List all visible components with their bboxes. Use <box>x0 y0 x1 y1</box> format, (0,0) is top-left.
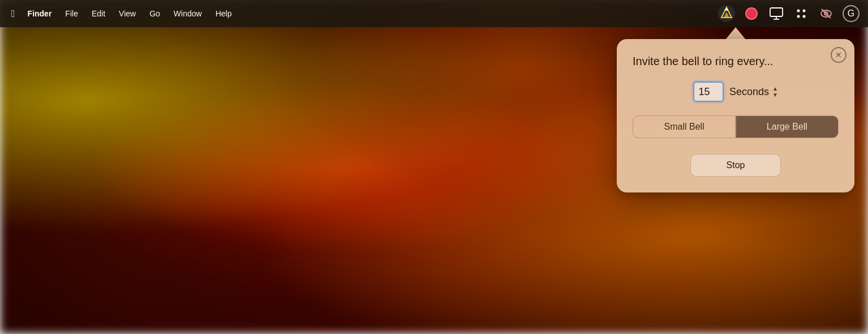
svg-point-8 <box>803 10 806 12</box>
file-menu[interactable]: File <box>59 7 84 20</box>
popup-arrow <box>725 27 746 40</box>
menubar:  Finder File Edit View Go Window Help <box>0 0 868 27</box>
go-menu[interactable]: Go <box>144 7 166 20</box>
unit-selector[interactable]: Seconds ▲ ▼ <box>729 86 778 98</box>
close-button[interactable]: ✕ <box>831 47 846 63</box>
menubar-right: G <box>716 3 861 24</box>
view-menu[interactable]: View <box>113 7 141 20</box>
bell-popup: ✕ Invite the bell to ring every... Secon… <box>617 39 854 192</box>
screen-recorder-icon[interactable] <box>741 3 762 24</box>
svg-rect-4 <box>770 8 783 16</box>
bell-type-selector: Small Bell Large Bell <box>633 115 839 138</box>
unit-label: Seconds <box>729 86 769 98</box>
unit-stepper[interactable]: ▲ ▼ <box>772 86 778 98</box>
headphones-icon[interactable] <box>816 3 836 24</box>
popup-wrapper: ✕ Invite the bell to ring every... Secon… <box>617 27 854 192</box>
stop-button[interactable]: Stop <box>690 154 781 177</box>
window-menu[interactable]: Window <box>168 7 208 20</box>
small-bell-button[interactable]: Small Bell <box>633 116 735 138</box>
stepper-down-icon[interactable]: ▼ <box>772 92 778 98</box>
interval-row: Seconds ▲ ▼ <box>633 82 839 102</box>
monitor-icon[interactable] <box>766 3 787 24</box>
svg-point-9 <box>797 15 800 18</box>
control-center-icon[interactable] <box>791 3 811 24</box>
large-bell-button[interactable]: Large Bell <box>736 116 838 138</box>
menubar-left:  Finder File Edit View Go Window Help <box>7 6 237 22</box>
interval-number-input[interactable] <box>693 82 724 102</box>
g-account-icon[interactable]: G <box>841 3 861 24</box>
apple-menu[interactable]:  <box>7 6 20 22</box>
cron-icon[interactable] <box>716 3 737 24</box>
popup-title: Invite the bell to ring every... <box>633 55 839 68</box>
svg-point-7 <box>797 10 800 12</box>
finder-menu[interactable]: Finder <box>22 7 58 20</box>
stepper-up-icon[interactable]: ▲ <box>772 86 778 92</box>
edit-menu[interactable]: Edit <box>86 7 111 20</box>
svg-point-10 <box>803 15 806 18</box>
help-menu[interactable]: Help <box>210 7 238 20</box>
